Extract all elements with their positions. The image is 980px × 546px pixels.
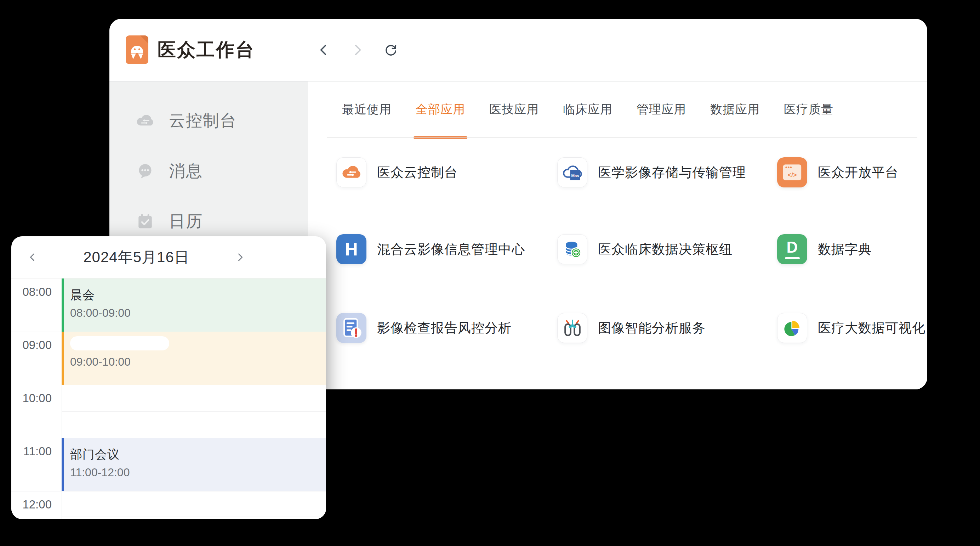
event-time: 09:00-10:00 xyxy=(70,355,326,369)
sidebar-item-label: 日历 xyxy=(169,211,203,232)
app-item-cloud-console[interactable]: 医众云控制台 xyxy=(336,157,557,234)
message-bubble-icon xyxy=(135,161,156,181)
previous-day-icon[interactable] xyxy=(27,251,38,263)
forward-icon[interactable] xyxy=(349,42,365,58)
next-day-icon[interactable] xyxy=(234,251,246,263)
time-label: 10:00 xyxy=(11,391,52,405)
refresh-icon[interactable] xyxy=(382,42,399,58)
pie-chart-icon xyxy=(777,313,807,343)
app-item-hybrid-cloud-center[interactable]: H 混合云影像信息管理中心 xyxy=(336,234,557,313)
tab-medical-quality[interactable]: 医疗质量 xyxy=(784,81,834,137)
cloud-transfer-icon xyxy=(135,110,156,131)
divider xyxy=(11,491,326,492)
desktop-background: 医众工作台 xyxy=(0,0,980,546)
app-label: 图像智能分析服务 xyxy=(598,313,706,343)
app-label: 医众云控制台 xyxy=(377,157,458,187)
sidebar-item-label: 消息 xyxy=(169,160,203,182)
divider xyxy=(11,385,326,385)
database-plus-icon xyxy=(557,234,587,264)
app-item-report-risk-analysis[interactable]: 影像检查报告风控分析 xyxy=(336,313,557,390)
time-label: 08:00 xyxy=(11,285,52,299)
app-label: 医学影像存储与传输管理 xyxy=(598,157,746,187)
tab-medtech-apps[interactable]: 医技应用 xyxy=(489,81,539,137)
event-time: 08:00-09:00 xyxy=(70,307,326,319)
divider xyxy=(62,517,326,517)
calendar-day-grid: 08:00 09:00 10:00 11:00 12:00 晨会 08:00-0… xyxy=(11,278,326,519)
calendar-event-morning-meeting[interactable]: 晨会 08:00-09:00 xyxy=(62,278,326,332)
calendar-event-redacted[interactable]: 09:00-10:00 xyxy=(62,332,326,385)
sidebar-item-messages[interactable]: 消息 xyxy=(110,161,308,182)
app-item-clinical-data-hub[interactable]: 医众临床数据决策枢纽 xyxy=(557,234,777,313)
app-item-data-dictionary[interactable]: D 数据字典 xyxy=(777,234,927,313)
app-label: 医众临床数据决策枢纽 xyxy=(598,234,732,264)
underline-bar xyxy=(785,257,800,259)
content-area: 最近使用 全部应用 医技应用 临床应用 管理应用 数据应用 医疗质量 xyxy=(308,81,927,390)
sidebar-item-label: 云控制台 xyxy=(169,110,237,132)
app-item-image-ai-analysis[interactable]: 图像智能分析服务 xyxy=(557,313,777,390)
time-label: 09:00 xyxy=(11,338,52,352)
time-label: 12:00 xyxy=(11,498,52,511)
back-icon[interactable] xyxy=(316,42,332,58)
app-item-big-data-visualization[interactable]: 医疗大数据可视化 xyxy=(777,313,927,390)
calendar-check-icon xyxy=(135,211,156,232)
calendar-date: 2024年5月16日 xyxy=(70,247,203,267)
app-label: 影像检查报告风控分析 xyxy=(377,313,512,343)
app-title: 医众工作台 xyxy=(158,38,255,62)
sidebar-item-calendar[interactable]: 日历 xyxy=(110,211,308,232)
app-logo-icon xyxy=(126,35,148,64)
app-label: 混合云影像信息管理中心 xyxy=(377,234,525,264)
lungs-icon xyxy=(557,313,587,343)
time-label: 11:00 xyxy=(11,445,52,458)
tab-recently-used[interactable]: 最近使用 xyxy=(342,81,391,137)
app-category-tabs: 最近使用 全部应用 医技应用 临床应用 管理应用 数据应用 医疗质量 xyxy=(342,81,913,137)
blue-cloud-mas-icon: Mas xyxy=(557,157,587,187)
sidebar-item-cloud-console[interactable]: 云控制台 xyxy=(110,110,308,131)
letter-d-dictionary-icon: D xyxy=(777,234,807,264)
svg-text:</>: </> xyxy=(788,171,797,179)
app-item-open-platform[interactable]: </> 医众开放平台 xyxy=(777,157,927,234)
calendar-panel: 2024年5月16日 08:00 09:00 10:00 11:00 12:00… xyxy=(11,236,326,519)
event-time: 11:00-12:00 xyxy=(70,466,326,479)
app-label: 数据字典 xyxy=(818,234,872,264)
report-alert-icon xyxy=(336,313,366,343)
tab-clinical-apps[interactable]: 临床应用 xyxy=(563,81,612,137)
divider xyxy=(62,411,326,412)
title-bar: 医众工作台 xyxy=(110,19,927,81)
tab-data-apps[interactable]: 数据应用 xyxy=(710,81,760,137)
calendar-event-department-meeting[interactable]: 部门会议 11:00-12:00 xyxy=(62,438,326,491)
event-title: 部门会议 xyxy=(70,447,326,463)
orange-cloud-transfer-icon xyxy=(336,157,366,187)
calendar-header: 2024年5月16日 xyxy=(11,236,326,278)
nav-buttons xyxy=(316,19,399,81)
code-window-icon: </> xyxy=(777,157,807,187)
svg-text:Mas: Mas xyxy=(571,174,579,178)
redacted-event-title xyxy=(70,336,169,350)
letter-h-icon: H xyxy=(336,234,366,264)
app-label: 医疗大数据可视化 xyxy=(818,313,926,343)
app-label: 医众开放平台 xyxy=(818,157,899,187)
app-grid: 医众云控制台 Mas 医学影像存储与传输管理 xyxy=(336,157,927,390)
event-title: 晨会 xyxy=(70,287,326,303)
tab-management-apps[interactable]: 管理应用 xyxy=(636,81,686,137)
divider xyxy=(327,137,917,138)
app-item-imaging-pacs[interactable]: Mas 医学影像存储与传输管理 xyxy=(557,157,777,234)
tab-all-apps[interactable]: 全部应用 xyxy=(416,81,465,137)
